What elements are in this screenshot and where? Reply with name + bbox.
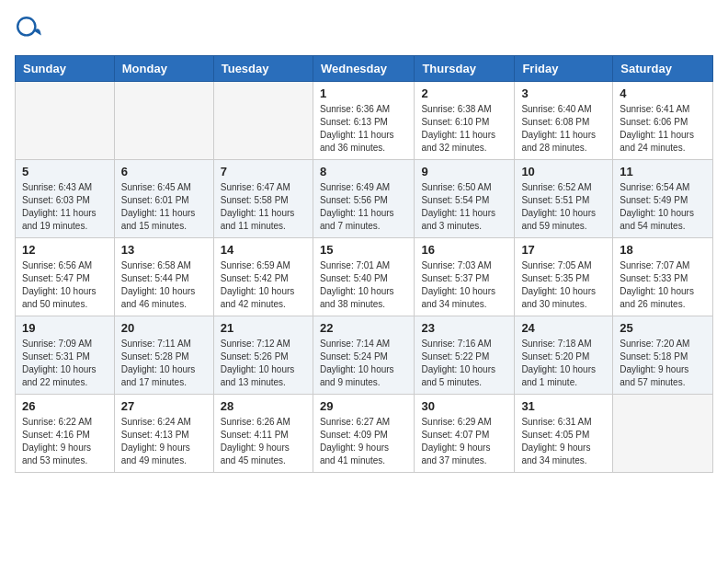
day-info: Sunrise: 7:07 AM Sunset: 5:33 PM Dayligh… xyxy=(620,259,706,311)
day-number: 16 xyxy=(421,243,507,257)
column-header-wednesday: Wednesday xyxy=(313,56,414,82)
day-info: Sunrise: 7:14 AM Sunset: 5:24 PM Dayligh… xyxy=(320,338,407,389)
day-number: 19 xyxy=(22,321,108,335)
day-number: 3 xyxy=(521,86,606,100)
day-number: 2 xyxy=(421,86,507,100)
calendar-cell: 18Sunrise: 7:07 AM Sunset: 5:33 PM Dayli… xyxy=(613,238,713,316)
calendar-cell: 17Sunrise: 7:05 AM Sunset: 5:35 PM Dayli… xyxy=(515,238,613,316)
calendar-cell: 10Sunrise: 6:52 AM Sunset: 5:51 PM Dayli… xyxy=(515,160,613,238)
day-number: 28 xyxy=(221,399,306,413)
day-number: 21 xyxy=(221,321,306,335)
day-number: 20 xyxy=(121,321,207,335)
calendar-week-row: 26Sunrise: 6:22 AM Sunset: 4:16 PM Dayli… xyxy=(16,395,713,473)
calendar-cell: 6Sunrise: 6:45 AM Sunset: 6:01 PM Daylig… xyxy=(114,160,213,238)
day-info: Sunrise: 7:20 AM Sunset: 5:18 PM Dayligh… xyxy=(620,338,706,389)
calendar-cell: 23Sunrise: 7:16 AM Sunset: 5:22 PM Dayli… xyxy=(415,316,515,395)
logo xyxy=(15,15,48,44)
day-info: Sunrise: 6:52 AM Sunset: 5:51 PM Dayligh… xyxy=(521,181,606,233)
day-info: Sunrise: 6:56 AM Sunset: 5:47 PM Dayligh… xyxy=(22,259,108,311)
calendar-cell: 14Sunrise: 6:59 AM Sunset: 5:42 PM Dayli… xyxy=(213,238,313,316)
calendar-cell: 31Sunrise: 6:31 AM Sunset: 4:05 PM Dayli… xyxy=(515,395,613,473)
day-info: Sunrise: 6:58 AM Sunset: 5:44 PM Dayligh… xyxy=(121,259,207,311)
day-number: 24 xyxy=(521,321,606,335)
calendar-cell: 7Sunrise: 6:47 AM Sunset: 5:58 PM Daylig… xyxy=(213,160,313,238)
column-header-tuesday: Tuesday xyxy=(213,56,313,82)
calendar-cell: 15Sunrise: 7:01 AM Sunset: 5:40 PM Dayli… xyxy=(313,238,414,316)
day-number: 22 xyxy=(320,321,407,335)
day-info: Sunrise: 6:54 AM Sunset: 5:49 PM Dayligh… xyxy=(620,181,706,233)
calendar-cell xyxy=(114,82,213,160)
day-info: Sunrise: 7:16 AM Sunset: 5:22 PM Dayligh… xyxy=(421,338,507,389)
day-info: Sunrise: 6:49 AM Sunset: 5:56 PM Dayligh… xyxy=(320,181,407,233)
day-number: 30 xyxy=(421,399,507,413)
calendar-cell: 27Sunrise: 6:24 AM Sunset: 4:13 PM Dayli… xyxy=(114,395,213,473)
calendar-week-row: 12Sunrise: 6:56 AM Sunset: 5:47 PM Dayli… xyxy=(16,238,713,316)
day-info: Sunrise: 6:26 AM Sunset: 4:11 PM Dayligh… xyxy=(221,416,306,467)
day-info: Sunrise: 6:24 AM Sunset: 4:13 PM Dayligh… xyxy=(121,416,207,467)
day-number: 11 xyxy=(620,165,706,178)
logo-icon xyxy=(15,15,44,44)
calendar-cell: 25Sunrise: 7:20 AM Sunset: 5:18 PM Dayli… xyxy=(613,316,713,395)
calendar-cell: 19Sunrise: 7:09 AM Sunset: 5:31 PM Dayli… xyxy=(16,316,115,395)
day-info: Sunrise: 6:45 AM Sunset: 6:01 PM Dayligh… xyxy=(121,181,207,233)
day-info: Sunrise: 7:05 AM Sunset: 5:35 PM Dayligh… xyxy=(521,259,606,311)
day-number: 5 xyxy=(22,165,108,178)
calendar-cell: 20Sunrise: 7:11 AM Sunset: 5:28 PM Dayli… xyxy=(114,316,213,395)
calendar-cell: 26Sunrise: 6:22 AM Sunset: 4:16 PM Dayli… xyxy=(16,395,115,473)
calendar-header-row: SundayMondayTuesdayWednesdayThursdayFrid… xyxy=(16,56,713,82)
day-info: Sunrise: 7:12 AM Sunset: 5:26 PM Dayligh… xyxy=(221,338,306,389)
column-header-friday: Friday xyxy=(515,56,613,82)
day-number: 8 xyxy=(320,165,407,178)
day-info: Sunrise: 6:36 AM Sunset: 6:13 PM Dayligh… xyxy=(320,103,407,155)
day-number: 9 xyxy=(421,165,507,178)
day-info: Sunrise: 6:43 AM Sunset: 6:03 PM Dayligh… xyxy=(22,181,108,233)
day-number: 6 xyxy=(121,165,207,178)
day-number: 7 xyxy=(221,165,306,178)
calendar-cell xyxy=(16,82,115,160)
day-info: Sunrise: 6:50 AM Sunset: 5:54 PM Dayligh… xyxy=(421,181,507,233)
day-number: 29 xyxy=(320,399,407,413)
calendar-week-row: 5Sunrise: 6:43 AM Sunset: 6:03 PM Daylig… xyxy=(16,160,713,238)
calendar-cell: 3Sunrise: 6:40 AM Sunset: 6:08 PM Daylig… xyxy=(515,82,613,160)
calendar-cell: 21Sunrise: 7:12 AM Sunset: 5:26 PM Dayli… xyxy=(213,316,313,395)
day-info: Sunrise: 6:38 AM Sunset: 6:10 PM Dayligh… xyxy=(421,103,507,155)
day-number: 10 xyxy=(521,165,606,178)
calendar-cell: 1Sunrise: 6:36 AM Sunset: 6:13 PM Daylig… xyxy=(313,82,414,160)
day-info: Sunrise: 6:47 AM Sunset: 5:58 PM Dayligh… xyxy=(221,181,306,233)
day-number: 14 xyxy=(221,243,306,257)
day-info: Sunrise: 7:18 AM Sunset: 5:20 PM Dayligh… xyxy=(521,338,606,389)
calendar-cell: 5Sunrise: 6:43 AM Sunset: 6:03 PM Daylig… xyxy=(16,160,115,238)
column-header-sunday: Sunday xyxy=(16,56,115,82)
day-info: Sunrise: 6:59 AM Sunset: 5:42 PM Dayligh… xyxy=(221,259,306,311)
day-info: Sunrise: 6:29 AM Sunset: 4:07 PM Dayligh… xyxy=(421,416,507,467)
day-number: 15 xyxy=(320,243,407,257)
column-header-thursday: Thursday xyxy=(415,56,515,82)
calendar-cell xyxy=(213,82,313,160)
calendar-week-row: 1Sunrise: 6:36 AM Sunset: 6:13 PM Daylig… xyxy=(16,82,713,160)
day-info: Sunrise: 6:27 AM Sunset: 4:09 PM Dayligh… xyxy=(320,416,407,467)
calendar: SundayMondayTuesdayWednesdayThursdayFrid… xyxy=(15,55,713,473)
day-info: Sunrise: 6:40 AM Sunset: 6:08 PM Dayligh… xyxy=(521,103,606,155)
column-header-saturday: Saturday xyxy=(613,56,713,82)
calendar-cell: 16Sunrise: 7:03 AM Sunset: 5:37 PM Dayli… xyxy=(415,238,515,316)
svg-point-0 xyxy=(17,17,35,35)
calendar-cell: 22Sunrise: 7:14 AM Sunset: 5:24 PM Dayli… xyxy=(313,316,414,395)
day-number: 25 xyxy=(620,321,706,335)
day-number: 26 xyxy=(22,399,108,413)
calendar-cell: 9Sunrise: 6:50 AM Sunset: 5:54 PM Daylig… xyxy=(415,160,515,238)
day-info: Sunrise: 6:22 AM Sunset: 4:16 PM Dayligh… xyxy=(22,416,108,467)
calendar-cell: 12Sunrise: 6:56 AM Sunset: 5:47 PM Dayli… xyxy=(16,238,115,316)
day-number: 12 xyxy=(22,243,108,257)
day-number: 23 xyxy=(421,321,507,335)
day-info: Sunrise: 7:01 AM Sunset: 5:40 PM Dayligh… xyxy=(320,259,407,311)
calendar-cell xyxy=(613,395,713,473)
day-number: 27 xyxy=(121,399,207,413)
calendar-cell: 4Sunrise: 6:41 AM Sunset: 6:06 PM Daylig… xyxy=(613,82,713,160)
day-number: 1 xyxy=(320,86,407,100)
day-info: Sunrise: 6:41 AM Sunset: 6:06 PM Dayligh… xyxy=(620,103,706,155)
day-info: Sunrise: 6:31 AM Sunset: 4:05 PM Dayligh… xyxy=(521,416,606,467)
calendar-cell: 2Sunrise: 6:38 AM Sunset: 6:10 PM Daylig… xyxy=(415,82,515,160)
day-number: 18 xyxy=(620,243,706,257)
calendar-cell: 30Sunrise: 6:29 AM Sunset: 4:07 PM Dayli… xyxy=(415,395,515,473)
calendar-cell: 28Sunrise: 6:26 AM Sunset: 4:11 PM Dayli… xyxy=(213,395,313,473)
